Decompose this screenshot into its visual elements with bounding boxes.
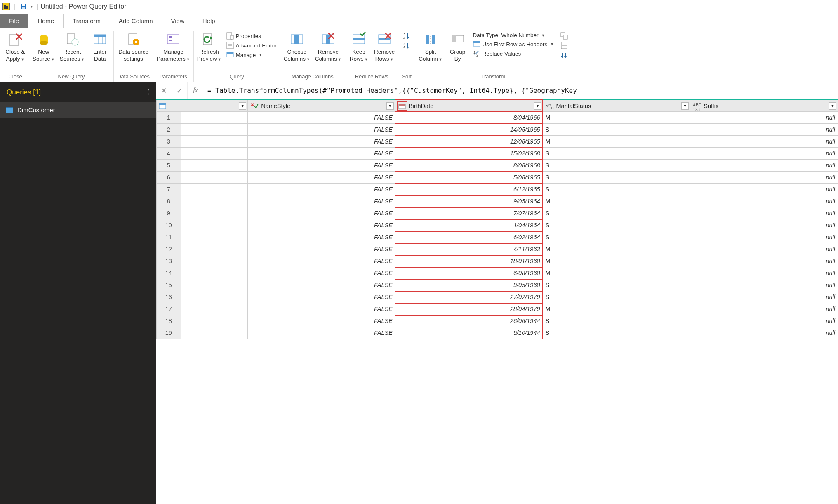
table-row[interactable]: 18FALSE26/06/1944Snull: [157, 315, 838, 327]
cell-namestyle[interactable]: FALSE: [248, 112, 395, 124]
enter-data-button[interactable]: Enter Data: [89, 32, 110, 63]
cell-namestyle[interactable]: FALSE: [248, 327, 395, 339]
cell-namestyle[interactable]: FALSE: [248, 303, 395, 315]
cell-suffix[interactable]: null: [690, 231, 838, 243]
table-row[interactable]: 12FALSE4/11/1963Mnull: [157, 243, 838, 255]
cell-namestyle[interactable]: FALSE: [248, 279, 395, 291]
cell-birthdate[interactable]: 9/10/1944: [395, 327, 543, 339]
fx-icon[interactable]: fx: [188, 82, 203, 99]
cell-namestyle[interactable]: FALSE: [248, 172, 395, 184]
data-grid[interactable]: ▼ NameStyle ▼ BirthDate: [156, 99, 838, 504]
cell-maritalstatus[interactable]: S: [543, 124, 690, 136]
row-number[interactable]: 10: [157, 219, 181, 231]
row-number[interactable]: 11: [157, 231, 181, 243]
merge-queries-button[interactable]: [560, 32, 568, 40]
cell-suffix[interactable]: null: [690, 255, 838, 267]
cell-blank[interactable]: [181, 172, 248, 184]
cell-namestyle[interactable]: FALSE: [248, 136, 395, 148]
cell-suffix[interactable]: null: [690, 315, 838, 327]
row-number[interactable]: 2: [157, 124, 181, 136]
table-row[interactable]: 17FALSE28/04/1979Mnull: [157, 303, 838, 315]
cell-blank[interactable]: [181, 231, 248, 243]
row-header-corner[interactable]: [157, 100, 181, 112]
cancel-formula-button[interactable]: ✕: [156, 82, 172, 99]
cell-maritalstatus[interactable]: S: [543, 231, 690, 243]
cell-maritalstatus[interactable]: S: [543, 148, 690, 160]
new-source-button[interactable]: New Source▼: [33, 32, 55, 63]
cell-suffix[interactable]: null: [690, 136, 838, 148]
cell-blank[interactable]: [181, 279, 248, 291]
cell-suffix[interactable]: null: [690, 267, 838, 279]
cell-maritalstatus[interactable]: M: [543, 195, 690, 207]
close-apply-button[interactable]: Close & Apply▼: [5, 32, 26, 63]
tab-help[interactable]: Help: [193, 14, 224, 28]
cell-birthdate[interactable]: 9/05/1964: [395, 195, 543, 207]
table-row[interactable]: 1FALSE8/04/1966Mnull: [157, 112, 838, 124]
table-row[interactable]: 9FALSE7/07/1964Snull: [157, 207, 838, 219]
cell-blank[interactable]: [181, 243, 248, 255]
tab-view[interactable]: View: [162, 14, 193, 28]
cell-birthdate[interactable]: 6/08/1968: [395, 267, 543, 279]
row-number[interactable]: 3: [157, 136, 181, 148]
data-type-dropdown[interactable]: Data Type: Whole Number▼: [473, 32, 556, 38]
table-row[interactable]: 14FALSE6/08/1968Mnull: [157, 267, 838, 279]
column-header-blank[interactable]: ▼: [181, 100, 248, 112]
cell-blank[interactable]: [181, 219, 248, 231]
cell-suffix[interactable]: null: [690, 184, 838, 195]
table-row[interactable]: 10FALSE1/04/1964Snull: [157, 219, 838, 231]
table-row[interactable]: 3FALSE12/08/1965Mnull: [157, 136, 838, 148]
filter-icon[interactable]: ▼: [681, 102, 689, 110]
cell-birthdate[interactable]: 27/02/1979: [395, 291, 543, 303]
row-number[interactable]: 1: [157, 112, 181, 124]
row-number[interactable]: 16: [157, 291, 181, 303]
table-row[interactable]: 13FALSE18/01/1968Mnull: [157, 255, 838, 267]
cell-maritalstatus[interactable]: S: [543, 184, 690, 195]
cell-suffix[interactable]: null: [690, 124, 838, 136]
tab-home[interactable]: Home: [28, 14, 64, 28]
cell-namestyle[interactable]: FALSE: [248, 231, 395, 243]
cell-suffix[interactable]: null: [690, 327, 838, 339]
row-number[interactable]: 7: [157, 184, 181, 195]
cell-blank[interactable]: [181, 184, 248, 195]
row-number[interactable]: 14: [157, 267, 181, 279]
row-number[interactable]: 13: [157, 255, 181, 267]
cell-blank[interactable]: [181, 148, 248, 160]
filter-icon[interactable]: ▼: [239, 102, 246, 110]
cell-suffix[interactable]: null: [690, 148, 838, 160]
cell-maritalstatus[interactable]: M: [543, 243, 690, 255]
cell-suffix[interactable]: null: [690, 112, 838, 124]
combine-files-button[interactable]: [560, 51, 568, 59]
cell-maritalstatus[interactable]: M: [543, 267, 690, 279]
qat-dropdown-icon[interactable]: ▾: [29, 4, 34, 9]
row-number[interactable]: 6: [157, 172, 181, 184]
replace-values-button[interactable]: 12 Replace Values: [473, 50, 556, 57]
cell-maritalstatus[interactable]: M: [543, 303, 690, 315]
commit-formula-button[interactable]: ✓: [172, 82, 188, 99]
cell-birthdate[interactable]: 1/04/1964: [395, 219, 543, 231]
column-header-birthdate[interactable]: BirthDate ▼: [395, 100, 543, 112]
refresh-preview-button[interactable]: Refresh Preview▼: [197, 32, 221, 63]
keep-rows-button[interactable]: Keep Rows▼: [348, 32, 369, 63]
append-queries-button[interactable]: [560, 42, 568, 49]
table-row[interactable]: 8FALSE9/05/1964Mnull: [157, 195, 838, 207]
collapse-icon[interactable]: 〈: [144, 89, 150, 96]
cell-suffix[interactable]: null: [690, 243, 838, 255]
table-row[interactable]: 16FALSE27/02/1979Snull: [157, 291, 838, 303]
cell-birthdate[interactable]: 15/02/1968: [395, 148, 543, 160]
sort-desc-button[interactable]: ZA: [403, 42, 410, 49]
cell-maritalstatus[interactable]: M: [543, 112, 690, 124]
cell-suffix[interactable]: null: [690, 303, 838, 315]
cell-namestyle[interactable]: FALSE: [248, 255, 395, 267]
table-row[interactable]: 4FALSE15/02/1968Snull: [157, 148, 838, 160]
cell-namestyle[interactable]: FALSE: [248, 219, 395, 231]
choose-columns-button[interactable]: Choose Columns▼: [284, 32, 310, 63]
tab-add-column[interactable]: Add Column: [110, 14, 162, 28]
cell-birthdate[interactable]: 14/05/1965: [395, 124, 543, 136]
cell-blank[interactable]: [181, 160, 248, 172]
group-by-button[interactable]: Group By: [447, 32, 468, 63]
cell-maritalstatus[interactable]: S: [543, 172, 690, 184]
row-number[interactable]: 8: [157, 195, 181, 207]
sort-asc-button[interactable]: AZ: [403, 32, 410, 40]
cell-suffix[interactable]: null: [690, 160, 838, 172]
filter-icon[interactable]: ▼: [386, 102, 394, 110]
